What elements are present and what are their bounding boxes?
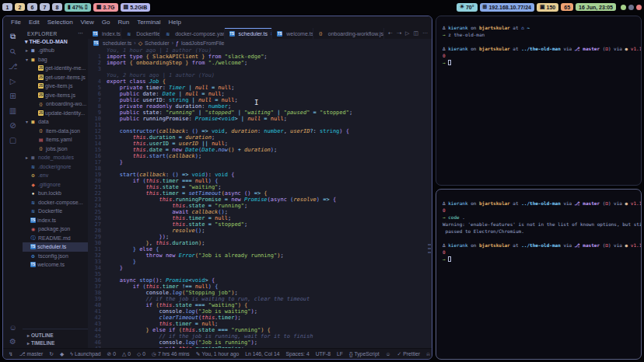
tab-welcome.ts[interactable]: TSwelcome.ts (272, 28, 313, 39)
ports[interactable]: ◇0 (137, 351, 145, 357)
file-tree-item[interactable]: ◆.gitignore (23, 180, 88, 190)
search-icon[interactable]: ⚲ (8, 47, 18, 57)
menu-help[interactable]: Help (164, 19, 184, 26)
menu-selection[interactable]: Selection (44, 19, 77, 26)
outline-section[interactable]: ▸OUTLINE (23, 331, 88, 339)
timeline-section[interactable]: ▸TIMELINE (23, 339, 88, 346)
battery[interactable]: ▮47%▯ (65, 3, 91, 12)
overview-ruler[interactable] (428, 244, 431, 256)
git-branch[interactable]: ⎇master (19, 351, 44, 357)
file-tree-item[interactable]: ⚙tsconfig.json (23, 252, 88, 261)
tab-docker-compose.yaml[interactable]: ≋docker-compose.yaml (160, 28, 224, 39)
file-tree-item[interactable]: ◉package.json (23, 225, 88, 234)
menu-go[interactable]: Go (98, 19, 114, 26)
metric-orange[interactable]: 65 (561, 3, 573, 11)
nav-forward-icon[interactable]: ⇢ (397, 30, 401, 37)
file-tree-item[interactable]: JSget-user-items.js (23, 73, 88, 82)
indentation[interactable]: Spaces: 4 (285, 351, 309, 357)
settings-gear-icon[interactable]: ⚙ (9, 337, 16, 346)
tab-Dockerfile[interactable]: ≋Dockerfile (121, 28, 160, 39)
source-control-icon[interactable]: ⎇ (9, 62, 18, 71)
code-editor[interactable]: You, 1 hour ago | 1 author (You)1import … (88, 47, 432, 348)
cursor-position[interactable]: Ln 146, Col 14 (245, 351, 279, 357)
chat-icon[interactable]: ▢ (9, 136, 16, 144)
language-mode[interactable]: {}TypeScript (349, 351, 380, 357)
file-tree-item[interactable]: TSwelcome.ts (23, 260, 88, 270)
remote-indicator-icon[interactable]: ↯ (9, 351, 13, 357)
file-tree-item[interactable]: ▾◼data (23, 117, 88, 127)
explorer-icon[interactable]: ⧉ (10, 32, 16, 41)
menu-view[interactable]: View (77, 19, 98, 26)
workspace-root-folder[interactable]: ▾ THE-OLD-MAN (23, 38, 88, 46)
split-editor-icon[interactable]: ◫ (413, 30, 418, 37)
terminal-window-bottom[interactable]: Δ kierank on bjartskular at ../the-old-m… (436, 189, 642, 360)
gitlens-icon[interactable]: ◆ (60, 351, 64, 357)
file-tree-item[interactable]: {}jobs.json (23, 144, 88, 154)
file-tree-item[interactable]: ▸◼node_modules (23, 153, 88, 162)
workspace-8[interactable]: 8 (52, 3, 62, 11)
menu-terminal[interactable]: Terminal (133, 19, 164, 26)
tray-icon-1[interactable] (621, 5, 626, 10)
file-tree-item[interactable]: ≋.dockerignore (23, 162, 88, 172)
file-tree-item[interactable]: JSgive-item.js (23, 82, 88, 91)
workspace-6[interactable]: 6 (27, 3, 37, 11)
run-debug-icon[interactable]: ▷ (10, 77, 16, 85)
memory[interactable]: ▤5.2GiB (121, 3, 151, 12)
extensions-icon[interactable]: ⊞ (9, 92, 16, 100)
breadcrumb[interactable]: TSscheduler.ts›◇Scheduler›ƒloadJobsFromF… (88, 39, 432, 47)
explorer-more-icon[interactable]: ⋯ (78, 30, 83, 37)
file-tree-item[interactable]: ≋docker-compose... (23, 198, 88, 207)
breadcrumb-symbol[interactable]: Scheduler (145, 40, 170, 46)
formatter-prettier[interactable]: ✓Prettier (397, 351, 421, 357)
file-tree-item[interactable]: ▤items.yaml (23, 135, 88, 144)
network-ip[interactable]: ⊞192.168.10.77/24 (480, 3, 534, 12)
launchpad[interactable]: ϟLaunchpad (70, 351, 100, 357)
wakatime[interactable]: ◷7 hrs 46 mins (152, 351, 190, 357)
file-tree-item[interactable]: ⚙.env (23, 171, 88, 180)
metric-yellow[interactable]: ▣150 (537, 3, 558, 12)
eol[interactable]: LF (337, 351, 343, 357)
notifications-bell-icon[interactable]: ⍾ (426, 351, 430, 357)
problems-errors[interactable]: ⊘0 (107, 351, 116, 357)
problems-warnings[interactable]: △0 (122, 351, 131, 357)
cpu[interactable]: ▦3.7G (93, 3, 118, 12)
file-tree-item[interactable]: ▾◼bag (23, 55, 88, 64)
file-tree-item[interactable]: TSscheduler.ts (23, 242, 88, 252)
breadcrumb-file[interactable]: scheduler.ts (103, 40, 131, 46)
tab-onboarding-workflow.json[interactable]: {}onboarding-workflow.json (313, 28, 385, 39)
file-tree-item[interactable]: JSgive-items.js (23, 91, 88, 100)
tray-icon-3[interactable] (636, 5, 642, 10)
file-tree-item[interactable]: JSget-identity-me... (23, 64, 88, 73)
tray-icon-2[interactable] (628, 5, 634, 10)
blame[interactable]: ✎You, 1 hour ago (196, 351, 239, 357)
menu-file[interactable]: File (7, 19, 25, 26)
file-tree-item[interactable]: TSindex.ts (23, 216, 88, 225)
more-actions-icon[interactable]: ⋯ (422, 30, 428, 37)
nav-back-icon[interactable]: ⇠ (388, 30, 393, 37)
workspace-1[interactable]: 1 (2, 3, 12, 11)
file-tree-item[interactable]: JSupdate-identity... (23, 109, 88, 118)
live-share-icon[interactable]: ⊘ (9, 121, 16, 130)
file-tree-item[interactable]: ▸◼.github (23, 46, 88, 55)
breadcrumb-member[interactable]: loadJobsFromFile (181, 40, 225, 46)
encoding[interactable]: UTF-8 (316, 351, 331, 357)
clock[interactable]: 16 Jun, 23:05 (576, 3, 616, 11)
feedback-icon[interactable]: ☺ (386, 351, 391, 357)
remote-explorer-icon[interactable]: ▥ (9, 106, 16, 115)
file-tree-item[interactable]: {}item-data.json (23, 127, 88, 136)
tab-scheduler.ts[interactable]: TSscheduler.ts× (225, 28, 273, 39)
weather[interactable]: ☀70° (457, 3, 478, 12)
account-icon[interactable]: ☺ (9, 323, 16, 332)
file-tree-item[interactable]: ≋Dockerfile (23, 207, 88, 216)
workspace-2[interactable]: 2 (15, 3, 25, 11)
workspace-7[interactable]: 7 (40, 3, 50, 11)
file-tree-item[interactable]: ●bun.lockb (23, 189, 88, 198)
menu-edit[interactable]: Edit (25, 19, 44, 26)
tab-index.ts[interactable]: TSindex.ts (88, 28, 121, 39)
file-tree-item[interactable]: ⓘREADME.md (23, 234, 88, 243)
file-tree-item[interactable]: {}onboarding-wo... (23, 99, 88, 109)
sync-icon[interactable]: ↻ (49, 351, 54, 357)
menu-run[interactable]: Run (114, 19, 133, 26)
run-file-icon[interactable]: ▷ (405, 30, 409, 37)
terminal-window-top[interactable]: Δ kierank on bjartskular at ⌂ ~→ z the-o… (436, 16, 642, 186)
